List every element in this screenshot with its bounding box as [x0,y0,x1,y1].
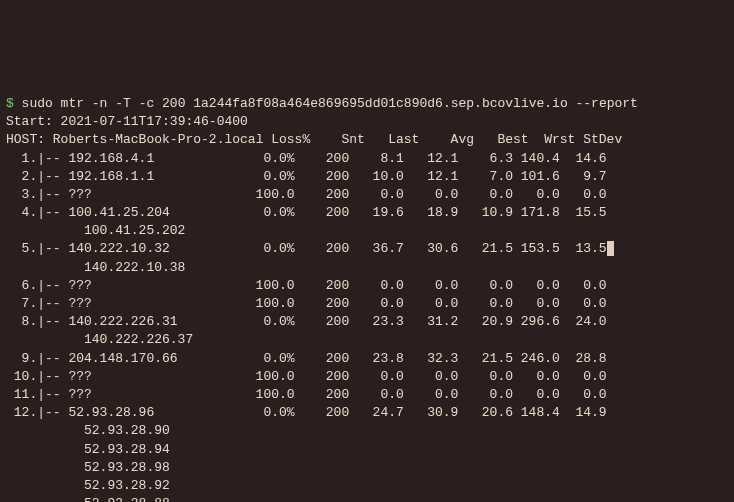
hop-row: 12.|-- 52.93.28.960.0%20024.730.920.6148… [6,404,728,422]
hop-wrst: 140.4 [513,150,560,168]
hop-number: 8 [6,313,29,331]
hop-wrst: 153.5 [513,240,560,258]
hop-stdev: 0.0 [560,368,607,386]
hop-avg: 30.9 [404,404,459,422]
hop-extra-ip: 52.93.28.98 [6,459,728,477]
header-row: HOST: Roberts-MacBook-Pro-2.localLoss%Sn… [6,132,622,147]
hop-wrst: 0.0 [513,277,560,295]
hop-snt: 200 [295,386,350,404]
hop-best: 10.9 [458,204,513,222]
hop-extra-ip: 140.222.10.38 [6,259,728,277]
hop-loss: 100.0 [240,186,295,204]
hop-separator: .|-- [29,350,68,368]
hop-avg: 31.2 [404,313,459,331]
hop-row: 9.|-- 204.148.170.660.0%20023.832.321.52… [6,350,728,368]
hop-loss: 100.0 [240,277,295,295]
indent [6,259,84,277]
hop-snt: 200 [295,204,350,222]
hop-ip: 52.93.28.90 [84,423,170,438]
indent [6,422,84,440]
hop-loss: 0.0% [240,313,295,331]
hop-stdev: 13.5 [560,240,607,258]
hop-snt: 200 [295,186,350,204]
hop-last: 10.0 [349,168,404,186]
hop-ip: 204.148.170.66 [68,350,240,368]
hop-wrst: 0.0 [513,295,560,313]
hop-last: 23.3 [349,313,404,331]
hop-stdev: 24.0 [560,313,607,331]
hop-snt: 200 [295,240,350,258]
indent [6,477,84,495]
hop-avg: 18.9 [404,204,459,222]
hop-extra-ip: 52.93.28.90 [6,422,728,440]
hop-ip: 52.93.28.96 [68,404,240,422]
text-cursor-icon [607,241,614,256]
header-avg: Avg [419,131,474,149]
hops-container: 1.|-- 192.168.4.10.0%2008.112.16.3140.41… [6,150,728,503]
hop-stdev: 15.5 [560,204,607,222]
hop-last: 0.0 [349,386,404,404]
hop-last: 24.7 [349,404,404,422]
hop-ip: 52.93.28.92 [84,478,170,493]
hop-row: 8.|-- 140.222.226.310.0%20023.331.220.92… [6,313,728,331]
hop-best: 21.5 [458,350,513,368]
hop-last: 0.0 [349,368,404,386]
hop-loss: 0.0% [240,150,295,168]
hop-avg: 30.6 [404,240,459,258]
hop-snt: 200 [295,313,350,331]
header-loss: Loss% [256,131,311,149]
hop-row: 4.|-- 100.41.25.2040.0%20019.618.910.917… [6,204,728,222]
hop-stdev: 14.6 [560,150,607,168]
hop-last: 0.0 [349,277,404,295]
command-text: sudo mtr -n -T -c 200 1a244fa8f08a464e86… [22,96,638,111]
hop-wrst: 0.0 [513,186,560,204]
hop-number: 6 [6,277,29,295]
hop-loss: 0.0% [240,404,295,422]
hop-stdev: 9.7 [560,168,607,186]
hop-snt: 200 [295,295,350,313]
terminal-output: $ sudo mtr -n -T -c 200 1a244fa8f08a464e… [6,77,728,502]
shell-prompt: $ [6,96,22,111]
hop-number: 1 [6,150,29,168]
hop-wrst: 148.4 [513,404,560,422]
hop-number: 2 [6,168,29,186]
hop-avg: 12.1 [404,168,459,186]
hop-number: 9 [6,350,29,368]
hop-best: 0.0 [458,386,513,404]
hop-loss: 100.0 [240,295,295,313]
hop-extra-ip: 52.93.28.94 [6,441,728,459]
hop-row: 1.|-- 192.168.4.10.0%2008.112.16.3140.41… [6,150,728,168]
hop-avg: 0.0 [404,368,459,386]
hop-row: 3.|-- ???100.02000.00.00.00.00.0 [6,186,728,204]
hop-stdev: 0.0 [560,277,607,295]
hop-avg: 0.0 [404,295,459,313]
hop-loss: 0.0% [240,350,295,368]
hop-separator: .|-- [29,404,68,422]
hop-wrst: 171.8 [513,204,560,222]
hop-last: 23.8 [349,350,404,368]
hop-separator: .|-- [29,368,68,386]
hop-separator: .|-- [29,186,68,204]
hop-last: 8.1 [349,150,404,168]
hop-avg: 0.0 [404,386,459,404]
header-host: HOST: Roberts-MacBook-Pro-2.local [6,131,256,149]
hop-ip: 52.93.28.94 [84,442,170,457]
hop-stdev: 0.0 [560,295,607,313]
hop-best: 0.0 [458,295,513,313]
hop-row: 2.|-- 192.168.1.10.0%20010.012.17.0101.6… [6,168,728,186]
header-stdev: StDev [575,131,622,149]
hop-best: 20.6 [458,404,513,422]
hop-loss: 100.0 [240,386,295,404]
hop-wrst: 296.6 [513,313,560,331]
hop-separator: .|-- [29,204,68,222]
hop-ip: ??? [68,386,240,404]
hop-avg: 12.1 [404,150,459,168]
hop-snt: 200 [295,150,350,168]
hop-best: 0.0 [458,186,513,204]
hop-extra-ip: 140.222.226.37 [6,331,728,349]
hop-number: 3 [6,186,29,204]
hop-ip: 100.41.25.204 [68,204,240,222]
hop-stdev: 14.9 [560,404,607,422]
hop-ip: ??? [68,368,240,386]
hop-loss: 0.0% [240,240,295,258]
